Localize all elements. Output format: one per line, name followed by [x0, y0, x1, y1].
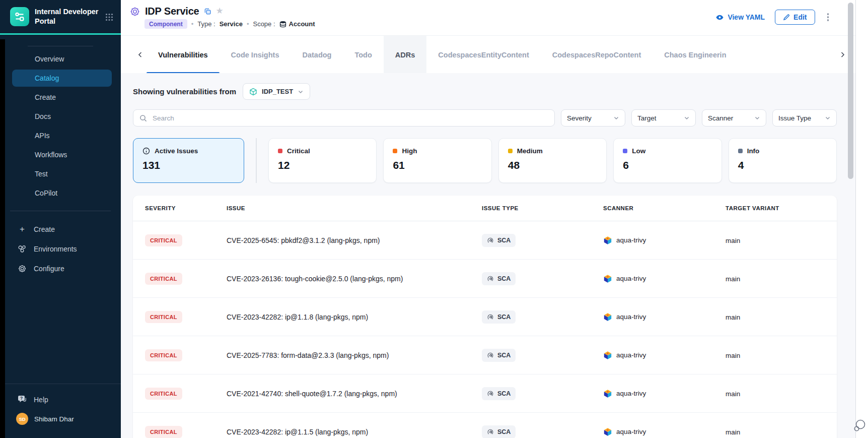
- severity-card[interactable]: High 61: [383, 138, 491, 183]
- table-row[interactable]: CRITICAL CVE-2025-6545: pbkdf2@3.1.2 (la…: [133, 221, 837, 260]
- target-variant: main: [726, 390, 740, 398]
- filter-dropdown[interactable]: Target: [631, 109, 696, 127]
- tab-label: Datadog: [302, 51, 331, 59]
- sidebar-item[interactable]: Catalog: [12, 70, 112, 87]
- issue-text: CVE-2023-42282: ip@1.1.8 (lang-pkgs, npm…: [227, 313, 368, 321]
- severity-card[interactable]: Critical 12: [268, 138, 377, 183]
- sidebar-item-label: Test: [35, 170, 48, 178]
- tab[interactable]: CodespacesEntityContent: [426, 36, 540, 74]
- severity-badge: CRITICAL: [145, 273, 182, 285]
- stat-label: Low: [632, 147, 645, 155]
- filter-dropdown[interactable]: Severity: [561, 109, 625, 127]
- scanner-name: aqua-trivy: [616, 275, 646, 282]
- copy-icon[interactable]: [204, 8, 211, 15]
- issue-text: CVE-2023-42282: ip@1.1.5 (lang-pkgs, npm…: [227, 428, 368, 436]
- portal-title: Internal Developer Portal: [35, 7, 99, 26]
- severity-dot: [278, 149, 282, 153]
- severity-badge: CRITICAL: [145, 349, 182, 361]
- type-value: Service: [220, 20, 243, 28]
- sidebar-item-label: Overview: [35, 55, 64, 63]
- table-row[interactable]: CRITICAL CVE-2023-26136: tough-cookie@2.…: [133, 260, 837, 298]
- sidebar-item-create[interactable]: + Create: [0, 219, 121, 239]
- sidebar-item[interactable]: Create: [12, 89, 112, 106]
- tab-label: CodespacesRepoContent: [552, 51, 641, 59]
- aqua-trivy-icon: [603, 389, 612, 398]
- tab-label: Code Insights: [231, 51, 279, 59]
- sidebar-item-environments[interactable]: Environments: [0, 239, 121, 259]
- issue-text: CVE-2025-6545: pbkdf2@3.1.2 (lang-pkgs, …: [227, 236, 380, 244]
- sidebar-item[interactable]: Test: [12, 165, 112, 182]
- issue-type-badge: SCA: [482, 310, 516, 324]
- stat-value: 6: [614, 155, 721, 171]
- filter-label: Issue Type: [778, 114, 811, 122]
- aqua-trivy-icon: [603, 427, 612, 436]
- sidebar-item[interactable]: APIs: [12, 127, 112, 144]
- edit-button[interactable]: Edit: [775, 10, 815, 25]
- severity-dot: [508, 149, 513, 153]
- showing-label: Showing vulnerabilities from: [133, 87, 236, 96]
- chevron-down-icon: [684, 115, 690, 121]
- tab[interactable]: Code Insights: [220, 36, 291, 74]
- sidebar-item[interactable]: CoPilot: [12, 184, 112, 202]
- issue-text: CVE-2023-26136: tough-cookie@2.5.0 (lang…: [227, 275, 403, 283]
- aqua-trivy-icon: [603, 236, 612, 245]
- column-header: SEVERITY: [133, 205, 227, 211]
- table-row[interactable]: CRITICAL CVE-2021-42740: shell-quote@1.7…: [133, 374, 837, 413]
- search-input[interactable]: [152, 114, 548, 122]
- sidebar-footer: ? Help SD Shibam Dhar: [0, 384, 121, 438]
- fingerprint-icon: [487, 237, 494, 244]
- vertical-scrollbar[interactable]: [848, 3, 853, 179]
- scanner-name: aqua-trivy: [616, 313, 646, 321]
- column-header: TARGET VARIANT: [726, 205, 837, 211]
- fingerprint-icon: [487, 275, 494, 282]
- severity-card[interactable]: Low 6: [613, 138, 721, 183]
- page-title: IDP Service: [145, 6, 199, 17]
- tabs-scroll-right-icon[interactable]: [836, 48, 849, 61]
- view-yaml-button[interactable]: View YAML: [715, 13, 765, 21]
- target-variant: main: [726, 428, 740, 436]
- component-gear-icon: [129, 6, 140, 17]
- tab[interactable]: Todo: [343, 36, 383, 74]
- severity-card[interactable]: Medium 48: [498, 138, 607, 183]
- support-headset-icon[interactable]: [852, 418, 867, 433]
- project-name: IDP_TEST: [262, 88, 293, 95]
- sidebar-item-configure[interactable]: Configure: [0, 259, 121, 278]
- tab[interactable]: CodespacesRepoContent: [541, 36, 653, 74]
- tabs-scroll-left-icon[interactable]: [134, 48, 147, 61]
- tab[interactable]: ADRs: [384, 36, 426, 74]
- more-options-icon[interactable]: [825, 11, 831, 23]
- filter-dropdown[interactable]: Scanner: [702, 109, 766, 127]
- table-row[interactable]: CRITICAL CVE-2023-42282: ip@1.1.5 (lang-…: [133, 413, 837, 438]
- issue-type-badge: SCA: [482, 349, 516, 362]
- favorite-star-icon[interactable]: ★: [216, 7, 224, 15]
- filter-dropdown[interactable]: Issue Type: [772, 109, 837, 127]
- severity-card[interactable]: Info 4: [729, 138, 837, 183]
- eye-icon: [715, 14, 724, 21]
- help-button[interactable]: ? Help: [0, 384, 121, 404]
- fingerprint-icon: [487, 428, 494, 435]
- user-menu[interactable]: SD Shibam Dhar: [0, 404, 121, 425]
- issues-table: SEVERITY ISSUE ISSUE TYPE SCANNER TARGET…: [133, 196, 837, 438]
- app-grid-icon[interactable]: [105, 12, 114, 22]
- tab[interactable]: Datadog: [291, 36, 343, 74]
- sidebar-item[interactable]: Docs: [12, 108, 112, 125]
- severity-dot: [623, 149, 627, 153]
- sidebar-item[interactable]: Workflows: [12, 146, 112, 163]
- project-dropdown[interactable]: IDP_TEST: [243, 83, 310, 100]
- table-row[interactable]: CRITICAL CVE-2025-7783: form-data@2.3.3 …: [133, 336, 837, 374]
- tab-label: Vulnerabilities: [158, 51, 208, 59]
- tab[interactable]: Vulnerabilities: [147, 36, 220, 74]
- sidebar-item-label: Create: [35, 93, 56, 101]
- sidebar-item[interactable]: Overview: [12, 50, 112, 68]
- tab[interactable]: Chaos Engineerin: [653, 36, 738, 74]
- severity-dot: [393, 149, 397, 153]
- table-row[interactable]: CRITICAL CVE-2023-42282: ip@1.1.8 (lang-…: [133, 298, 837, 336]
- stat-value: 12: [269, 155, 376, 171]
- scanner-cell: aqua-trivy: [603, 427, 726, 436]
- tab-label: ADRs: [395, 51, 415, 59]
- portal-logo[interactable]: [10, 7, 29, 26]
- dot-separator: •: [191, 20, 194, 28]
- issue-type-badge: SCA: [482, 425, 516, 438]
- target-variant: main: [726, 352, 740, 359]
- active-issues-card[interactable]: Active Issues 131: [133, 138, 244, 183]
